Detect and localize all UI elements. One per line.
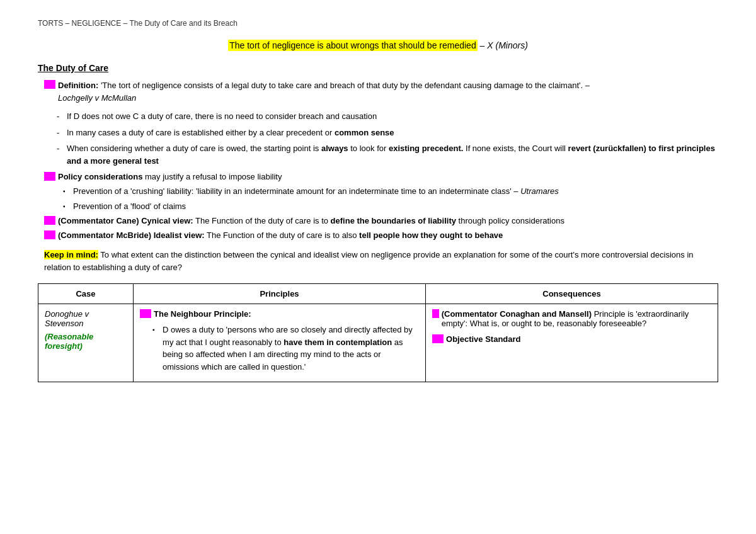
definition-block: Definition: 'The tort of negligence cons… — [44, 79, 718, 104]
commentator-mcbride-text: The Function of the duty of care is to a… — [207, 230, 503, 240]
commentator-cane-label: (Commentator Cane) — [58, 216, 139, 225]
page-header: TORTS – NEGLIGENCE – The Duty of Care an… — [38, 19, 718, 28]
case-cell: Donoghue v Stevenson (Reasonable foresig… — [38, 304, 134, 382]
policy-label: Policy considerations — [58, 172, 142, 181]
commentator-cane-block: (Commentator Cane) Cynical view: The Fun… — [44, 216, 718, 225]
table-row: Donoghue v Stevenson (Reasonable foresig… — [38, 304, 718, 382]
keep-in-mind-text: To what extent can the distinction betwe… — [44, 250, 694, 272]
policy-sub-bullets: Prevention of a 'crushing' liability: 'l… — [63, 185, 718, 212]
neighbour-block: The Neighbour Principle: — [140, 309, 419, 319]
bullet-2: In many cases a duty of care is establis… — [57, 127, 718, 139]
principles-cell: The Neighbour Principle: D owes a duty t… — [134, 304, 426, 382]
commentator-cane-text: The Function of the duty of care is to d… — [195, 216, 564, 225]
keep-in-mind-block: Keep in mind: To what extent can the dis… — [44, 249, 718, 273]
case-name: Donoghue v Stevenson — [45, 309, 89, 328]
definition-label: Definition: — [58, 81, 98, 90]
policy-sub-bullet-1: Prevention of a 'crushing' liability: 'l… — [63, 185, 718, 198]
main-heading-highlighted: The tort of negligence is about wrongs t… — [228, 40, 477, 51]
col-header-consequences: Consequences — [426, 284, 718, 304]
commentator-mcbride-label: (Commentator McBride) — [58, 230, 151, 240]
consequences-commentator-label: (Commentator Conaghan and Mansell) — [442, 309, 592, 319]
main-bullets: If D does not owe C a duty of care, ther… — [57, 110, 718, 167]
commentator-mcbride-block: (Commentator McBride) Idealist view: The… — [44, 230, 718, 240]
bullet-1: If D does not owe C a duty of care, ther… — [57, 110, 718, 123]
bullet-3: When considering whether a duty of care … — [57, 142, 718, 167]
principle-bullets: D owes a duty to 'persons who are so clo… — [152, 324, 419, 373]
policy-sub-bullet-2: Prevention of a 'flood' of claims — [63, 200, 718, 213]
policy-text: may justify a refusal to impose liabilit… — [142, 172, 282, 181]
commentator-mcbride-bold: Idealist view: — [154, 230, 205, 240]
section-title: The Duty of Care — [38, 63, 718, 73]
definition-case: Lochgelly v McMullan — [58, 93, 136, 103]
objective-standard-block: Objective Standard — [432, 334, 711, 344]
main-heading: The tort of negligence is about wrongs t… — [38, 40, 718, 50]
consequences-commentator-block: (Commentator Conaghan and Mansell) Princ… — [432, 309, 711, 328]
magenta-highlight-cane — [44, 216, 55, 225]
case-table: Case Principles Consequences Donoghue v … — [38, 283, 718, 382]
policy-block: Policy considerations may justify a refu… — [44, 172, 718, 181]
neighbour-principle-title: The Neighbour Principle: — [154, 309, 251, 319]
objective-standard-label: Objective Standard — [446, 334, 520, 344]
principle-bullet-1: D owes a duty to 'persons who are so clo… — [152, 324, 419, 373]
magenta-highlight-mcbride — [44, 230, 55, 239]
definition-text: 'The tort of negligence consists of a le… — [101, 81, 590, 90]
table-header-row: Case Principles Consequences — [38, 284, 718, 304]
magenta-highlight-objective — [432, 334, 444, 343]
keep-in-mind-label: Keep in mind: — [44, 250, 98, 259]
main-heading-rest: – X (Minors) — [478, 40, 528, 50]
consequences-cell: (Commentator Conaghan and Mansell) Princ… — [426, 304, 718, 382]
magenta-highlight-consequences — [432, 309, 439, 318]
magenta-highlight-policy — [44, 172, 55, 181]
magenta-highlight-neighbour — [140, 309, 151, 318]
magenta-highlight-definition — [44, 80, 55, 89]
col-header-case: Case — [38, 284, 134, 304]
col-header-principles: Principles — [134, 284, 426, 304]
duty-of-care-section: The Duty of Care Definition: 'The tort o… — [38, 63, 718, 273]
case-note: (Reasonable foresight) — [45, 332, 127, 351]
commentator-cane-bold: Cynical view: — [141, 216, 193, 225]
